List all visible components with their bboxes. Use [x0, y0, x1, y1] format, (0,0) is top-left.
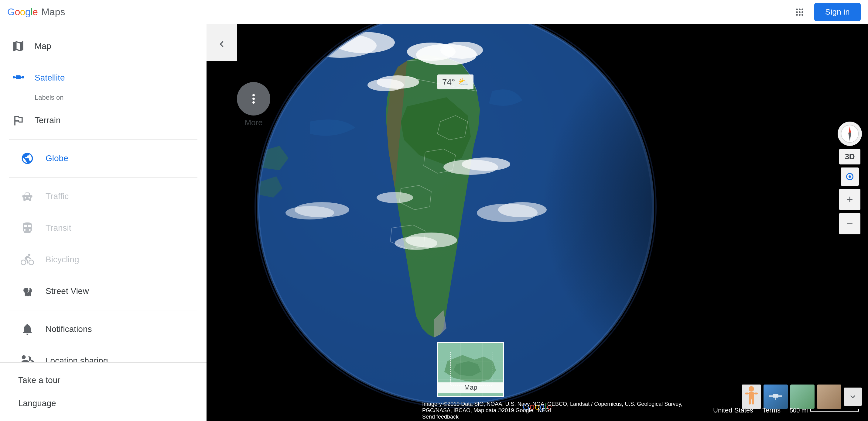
- sign-in-button[interactable]: Sign in: [814, 3, 861, 21]
- nav-street-view-label: Street View: [45, 286, 89, 296]
- nav-notifications-label: Notifications: [45, 324, 92, 334]
- language-item[interactable]: Language: [0, 392, 207, 415]
- bicycling-icon: [18, 250, 36, 269]
- divider-1: [9, 139, 197, 140]
- temperature-value: 74°: [442, 77, 455, 87]
- nav-traffic-label: Traffic: [45, 192, 69, 201]
- nav-bicycling-label: Bicycling: [45, 255, 79, 264]
- map-type-satellite-label: Satellite: [35, 73, 65, 83]
- mini-map-label: Map: [438, 383, 503, 393]
- svg-rect-44: [773, 394, 778, 398]
- nav-bicycling[interactable]: Bicycling: [0, 244, 207, 275]
- 3d-button[interactable]: 3D: [839, 149, 860, 164]
- zoom-out-button[interactable]: −: [839, 213, 860, 234]
- language-label: Language: [18, 398, 56, 408]
- scale-line: [810, 409, 859, 412]
- svg-rect-46: [778, 395, 782, 397]
- header-right: Sign in: [793, 3, 861, 21]
- more-button-area: More: [237, 82, 270, 128]
- transit-icon: [18, 219, 36, 237]
- take-tour-label: Take a tour: [18, 375, 60, 385]
- nav-street-view[interactable]: Street View: [0, 275, 207, 307]
- apps-icon[interactable]: [793, 5, 807, 20]
- svg-rect-0: [16, 75, 21, 79]
- app-title: Maps: [41, 6, 65, 18]
- svg-rect-4: [22, 76, 24, 78]
- terms-link[interactable]: Terms: [762, 406, 780, 414]
- svg-rect-41: [754, 393, 758, 395]
- more-circle-button[interactable]: [237, 82, 270, 115]
- traffic-icon: [18, 187, 36, 205]
- take-tour-item[interactable]: Take a tour: [0, 369, 207, 392]
- nav-transit-label: Transit: [45, 223, 71, 233]
- satellite-labels: Labels on: [0, 94, 207, 105]
- toolbar-arrow-button[interactable]: [210, 32, 234, 56]
- header: Google Maps Sign in: [0, 0, 868, 24]
- svg-point-38: [749, 386, 754, 392]
- divider-3: [9, 310, 197, 310]
- sidebar: Map Satellite Labels on: [0, 0, 207, 421]
- send-feedback-link[interactable]: Send feedback: [422, 414, 713, 420]
- nav-globe-label: Globe: [45, 153, 68, 163]
- nav-traffic[interactable]: Traffic: [0, 180, 207, 212]
- satellite-icon: [9, 69, 27, 87]
- map-type-map-label: Map: [35, 41, 51, 51]
- street-view-icon: [18, 282, 36, 300]
- bottom-right-info: United States Terms 500 mi: [713, 406, 859, 414]
- zoom-in-button[interactable]: +: [839, 189, 860, 210]
- terrain-icon: [9, 111, 27, 130]
- map-area[interactable]: 74° ⛅ More Map: [207, 0, 868, 421]
- notifications-icon: [18, 320, 36, 338]
- map-type-satellite[interactable]: Satellite: [0, 62, 207, 94]
- divider-2: [9, 177, 197, 177]
- svg-point-37: [848, 133, 851, 135]
- svg-rect-39: [749, 392, 754, 399]
- nav-location-sharing-label: Location sharing: [45, 356, 108, 362]
- nav-notifications[interactable]: Notifications: [0, 313, 207, 345]
- weather-icon: ⛅: [458, 77, 469, 87]
- map-type-terrain[interactable]: Terrain: [0, 105, 207, 136]
- compass-button[interactable]: [838, 121, 862, 146]
- nav-globe[interactable]: Globe: [0, 143, 207, 174]
- nav-transit[interactable]: Transit: [0, 212, 207, 244]
- sidebar-content: Map Satellite Labels on: [0, 24, 207, 362]
- mini-map-thumbnail[interactable]: Map: [437, 342, 504, 397]
- svg-rect-40: [745, 393, 749, 395]
- sidebar-bottom: Take a tour Language: [0, 362, 207, 421]
- temperature-badge: 74° ⛅: [437, 75, 473, 89]
- map-controls: 3D + −: [838, 121, 862, 234]
- svg-rect-3: [13, 76, 14, 78]
- map-type-terrain-label: Terrain: [35, 115, 61, 125]
- scale-label: 500 mi: [789, 407, 808, 414]
- scale-bar: 500 mi: [789, 407, 859, 414]
- attribution-text: Imagery ©2019 Data SIO, NOAA, U.S. Navy,…: [422, 401, 713, 420]
- svg-rect-45: [769, 395, 773, 397]
- map-type-map[interactable]: Map: [0, 30, 207, 62]
- region-label: United States: [713, 406, 753, 414]
- more-label: More: [237, 118, 270, 128]
- globe-container: [207, 0, 868, 421]
- map-icon: [9, 37, 27, 55]
- google-logo: Google: [7, 6, 38, 18]
- globe-icon: [18, 149, 36, 167]
- my-location-button[interactable]: [841, 167, 859, 186]
- bottom-bar: Imagery ©2019 Data SIO, NOAA, U.S. Navy,…: [413, 400, 868, 421]
- location-sharing-icon: [18, 352, 36, 362]
- nav-location-sharing[interactable]: Location sharing: [0, 345, 207, 362]
